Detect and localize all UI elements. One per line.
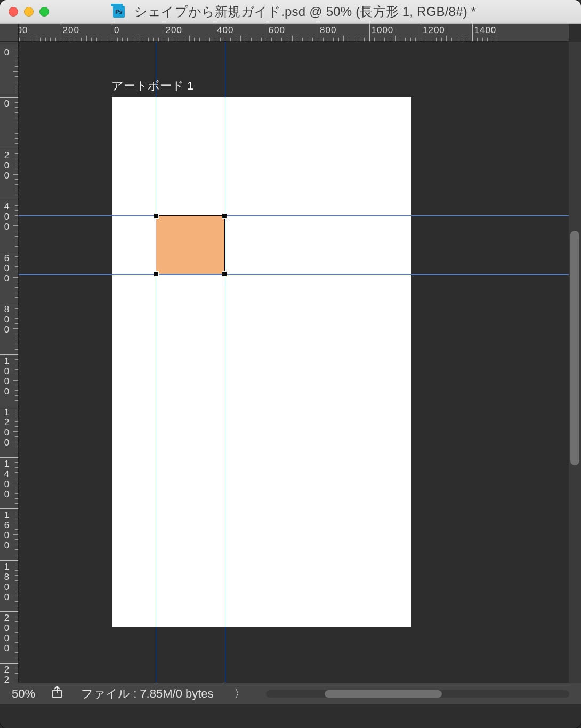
shape-rectangle[interactable] (156, 215, 225, 274)
scrollbar-horizontal-thumb[interactable] (325, 690, 442, 698)
window-controls (9, 7, 49, 17)
ruler-h-label: 1000 (372, 25, 394, 36)
ruler-v-label: 1600 (3, 510, 11, 551)
ruler-v-label: 600 (3, 253, 11, 284)
ruler-horizontal[interactable]: 4002000200400600800100012001400 (19, 24, 569, 42)
workspace: 4002000200400600800100012001400 00200400… (0, 24, 581, 704)
ruler-v-label: 1400 (3, 459, 11, 499)
scrollbar-vertical[interactable] (569, 42, 581, 683)
minimize-icon[interactable] (24, 7, 34, 17)
file-info[interactable]: ファイル : 7.85M/0 bytes (69, 686, 225, 702)
guide-vertical-right[interactable] (225, 42, 225, 683)
guide-horizontal-bottom[interactable] (19, 274, 569, 275)
canvas-area[interactable]: アートボード 1 (19, 42, 569, 683)
ruler-h-label: 400 (19, 25, 28, 36)
ruler-v-label: 2000 (3, 613, 11, 653)
ruler-h-label: 200 (63, 25, 79, 36)
file-info-expand-icon[interactable]: 〉 (225, 686, 254, 702)
ps-file-icon: Ps (113, 6, 125, 18)
ruler-v-label: 400 (3, 201, 11, 232)
window-title: シェイプから新規ガイド.psd @ 50% (長方形 1, RGB/8#) * (134, 3, 476, 20)
guide-vertical-left[interactable] (156, 42, 156, 683)
close-icon[interactable] (9, 7, 18, 17)
ruler-origin[interactable] (0, 24, 19, 42)
artboard-label[interactable]: アートボード 1 (111, 78, 193, 94)
ruler-v-label: 0 (3, 47, 11, 58)
guide-horizontal-top[interactable] (19, 215, 569, 216)
titlebar: Ps シェイプから新規ガイド.psd @ 50% (長方形 1, RGB/8#)… (0, 0, 581, 24)
ruler-h-label: 1400 (474, 25, 497, 36)
share-icon[interactable] (47, 686, 69, 701)
ruler-h-label: 0 (114, 25, 119, 36)
ruler-v-label: 800 (3, 304, 11, 335)
ruler-v-label: 1000 (3, 356, 11, 397)
statusbar: 50% ファイル : 7.85M/0 bytes 〉 (0, 683, 581, 704)
ruler-h-label: 400 (217, 25, 233, 36)
ruler-v-label: 1800 (3, 562, 11, 602)
zoom-window-icon[interactable] (39, 7, 49, 17)
artboard[interactable] (112, 97, 411, 627)
ruler-v-label: 2200 (3, 665, 11, 683)
ruler-v-label: 1200 (3, 407, 11, 448)
ruler-v-label: 200 (3, 150, 11, 181)
scrollbar-vertical-thumb[interactable] (570, 231, 579, 465)
ruler-h-label: 600 (269, 25, 285, 36)
zoom-level[interactable]: 50% (0, 687, 47, 701)
ruler-h-label: 1200 (423, 25, 445, 36)
ruler-v-label: 0 (3, 99, 11, 109)
ruler-h-label: 200 (166, 25, 182, 36)
scrollbar-horizontal[interactable] (266, 690, 569, 698)
ruler-h-label: 800 (320, 25, 336, 36)
ruler-vertical[interactable]: 0020040060080010001200140016001800200022… (0, 42, 19, 683)
